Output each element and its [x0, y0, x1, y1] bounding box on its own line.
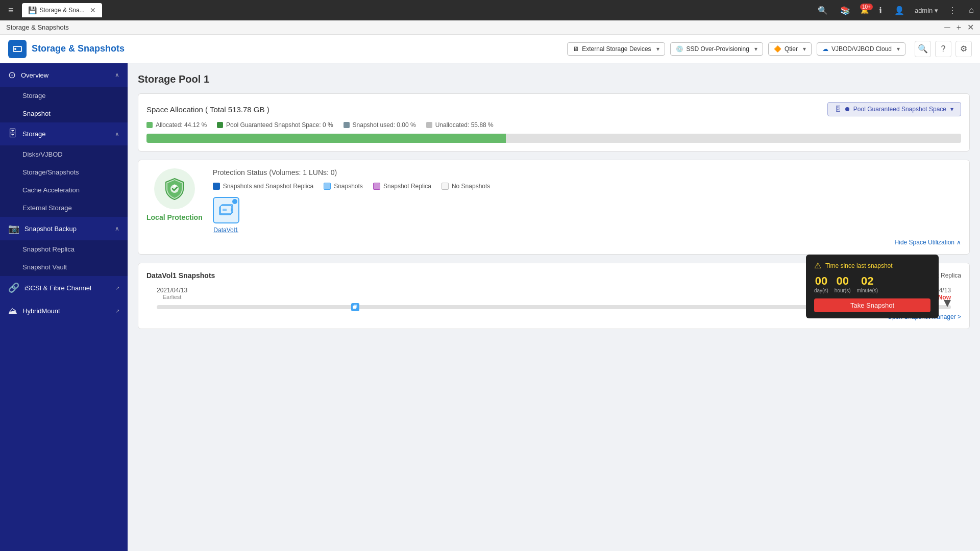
close-button[interactable]: ✕: [967, 22, 974, 32]
sidebar-item-snapshot-replica[interactable]: Snapshot Replica: [0, 240, 128, 258]
hamburger-menu-icon[interactable]: ≡: [4, 3, 18, 18]
snapshot-backup-submenu: Snapshot Replica Snapshot Vault: [0, 240, 128, 276]
storage-arrow-icon: ∧: [115, 131, 119, 138]
tooltip-hours-value: 00: [835, 274, 851, 288]
pool-title: Storage Pool 1: [138, 73, 970, 85]
datavol1-item[interactable]: DataVol1: [213, 197, 239, 234]
snap-indicator: [232, 199, 237, 204]
progress-allocated: [146, 134, 506, 143]
snapshots-box: [324, 183, 331, 190]
header-search-button[interactable]: 🔍: [915, 41, 931, 57]
legend-unallocated-dot: [426, 122, 432, 128]
maximize-button[interactable]: +: [957, 23, 961, 32]
sidebar-item-snapshot-vault[interactable]: Snapshot Vault: [0, 258, 128, 276]
tooltip-days-value: 00: [814, 274, 828, 288]
sidebar-item-snapshot[interactable]: Snapshot: [0, 105, 128, 122]
sidebar-item-disks-vjbod[interactable]: Disks/VJBOD: [0, 145, 128, 163]
snapshot-replica-box: [373, 183, 380, 190]
storage-submenu: Disks/VJBOD Storage/Snapshots Cache Acce…: [0, 145, 128, 217]
timeline-snapshot-marker[interactable]: [351, 303, 359, 311]
sidebar-item-overview[interactable]: ⊙ Overview ∧: [0, 63, 128, 87]
title-bar-right: 🔍 📚 🔔10+ ℹ 👤 admin ▾ ⋮ ⌂: [816, 4, 976, 17]
pool-snapshot-label: Pool Guaranteed Snapshot Space: [853, 106, 946, 113]
minimize-button[interactable]: ─: [944, 23, 950, 32]
sidebar-item-storage[interactable]: Storage: [0, 87, 128, 105]
tooltip-hours-label: hour(s): [835, 288, 851, 293]
progress-unallocated: [506, 134, 961, 143]
snapshots-replica-box: [213, 183, 220, 190]
legend-snapshots: Snapshots: [324, 183, 363, 190]
vjbod-cloud-dropdown[interactable]: ☁ VJBOD/VJBOD Cloud ▾: [817, 42, 905, 56]
snapshot-replica-label: Snapshot Replica: [383, 183, 431, 190]
external-storage-arrow-icon: ▾: [656, 45, 659, 53]
external-storage-devices-dropdown[interactable]: 🖥 DataVol1 Snapshots External Storage De…: [567, 42, 665, 56]
window-controls: ─ + ✕: [944, 22, 974, 32]
header-settings-button[interactable]: ⚙: [955, 41, 972, 57]
svg-rect-8: [223, 209, 227, 211]
sidebar-storage-label: Storage: [22, 130, 110, 138]
sidebar-item-hybridmount[interactable]: ⛰ HybridMount ↗: [0, 299, 128, 322]
local-protection-label: Local Protection: [146, 213, 203, 221]
home-icon[interactable]: ⌂: [967, 4, 976, 17]
tooltip-minutes-value: 02: [856, 274, 878, 288]
admin-button[interactable]: admin ▾: [915, 7, 938, 14]
stack-icon[interactable]: 📚: [838, 4, 852, 17]
app-tab[interactable]: 💾 Storage & Sna... ✕: [22, 3, 102, 17]
tooltip-time-row: 00 day(s) 00 hour(s) 02 minute(s): [814, 274, 930, 293]
volumes-grid: DataVol1: [213, 197, 961, 234]
datavol1-label[interactable]: DataVol1: [213, 227, 238, 234]
content-area: Storage Pool 1 Space Allocation ( Total …: [128, 63, 980, 551]
user-icon[interactable]: 👤: [892, 4, 906, 17]
legend-snapshot-used-label: Snapshot used: 0.00 %: [353, 121, 416, 129]
sidebar-item-storage-snapshots[interactable]: Storage/Snapshots: [0, 163, 128, 181]
take-snapshot-button[interactable]: Take Snapshot: [814, 298, 930, 312]
search-icon[interactable]: 🔍: [816, 4, 830, 17]
sidebar-item-snapshot-backup[interactable]: 📷 Snapshot Backup ∧: [0, 217, 128, 240]
sidebar-item-storage-section[interactable]: 🗄 Storage ∧: [0, 122, 128, 145]
main-layout: ⊙ Overview ∧ Storage Snapshot 🗄 Storage …: [0, 63, 980, 551]
legend-snapshot-dot: [344, 122, 350, 128]
pool-guaranteed-snapshot-button[interactable]: 🗄 Pool Guaranteed Snapshot Space ▾: [827, 102, 961, 116]
earliest-date: 2021/04/13 Earliest: [157, 287, 187, 301]
tooltip-days-label: day(s): [814, 288, 828, 293]
svg-rect-11: [354, 305, 357, 308]
legend-pool-guaranteed: Pool Guaranteed Snapshot Space: 0 %: [217, 121, 333, 129]
pool-snapshot-icon: 🗄: [835, 106, 841, 113]
app-title: Storage & Snapshots: [32, 43, 125, 54]
overview-icon: ⊙: [8, 69, 16, 81]
legend-snapshot-used: Snapshot used: 0.00 %: [344, 121, 416, 129]
legend-unallocated: Unallocated: 55.88 %: [426, 121, 494, 129]
header-actions: 🔍 ? ⚙: [915, 41, 972, 57]
sidebar-item-external-storage[interactable]: External Storage: [0, 199, 128, 217]
snapshot-tooltip: ⚠ Time since last snapshot 00 day(s) 00 …: [806, 255, 939, 318]
notification-count: 10+: [860, 4, 873, 10]
sidebar-item-iscsi-fibre[interactable]: 🔗 iSCSI & Fibre Channel ↗: [0, 276, 128, 299]
vjbod-arrow-icon: ▾: [897, 45, 900, 53]
title-bar: ≡ 💾 Storage & Sna... ✕ 🔍 📚 🔔10+ ℹ 👤 admi…: [0, 0, 980, 20]
shield-icon: [154, 168, 195, 209]
hide-space-utilization-link[interactable]: Hide Space Utilization ∧: [146, 239, 961, 246]
ssd-overprovisioning-dropdown[interactable]: 💿 SSD Over-Provisioning ▾: [670, 42, 763, 56]
sidebar-item-cache-acceleration[interactable]: Cache Acceleration: [0, 181, 128, 199]
legend-snapshots-replica: Snapshots and Snapshot Replica: [213, 183, 313, 190]
tab-close-icon[interactable]: ✕: [90, 6, 96, 14]
pool-snapshot-arrow-icon: ▾: [950, 106, 953, 113]
hide-space-label: Hide Space Utilization: [895, 239, 954, 246]
more-icon[interactable]: ⋮: [946, 4, 959, 17]
header-help-button[interactable]: ?: [935, 41, 951, 57]
snapshots-label: Snapshots: [334, 183, 363, 190]
sidebar-iscsi-label: iSCSI & Fibre Channel: [24, 284, 110, 292]
ssd-arrow-icon: ▾: [754, 45, 757, 53]
sidebar: ⊙ Overview ∧ Storage Snapshot 🗄 Storage …: [0, 63, 128, 551]
legend-no-snapshots: No Snapshots: [442, 183, 490, 190]
qtier-dropdown[interactable]: 🔶 Qtier ▾: [768, 42, 812, 56]
space-alloc-title: Space Allocation ( Total 513.78 GB ): [146, 105, 270, 114]
qtier-icon: 🔶: [774, 45, 781, 53]
notification-badge[interactable]: 🔔10+: [861, 7, 869, 14]
earliest-date-value: 2021/04/13: [157, 287, 187, 294]
qtier-label: Qtier: [785, 45, 798, 53]
info-icon[interactable]: ℹ: [877, 4, 884, 17]
tooltip-hours: 00 hour(s): [835, 274, 851, 293]
snapshot-backup-arrow-icon: ∧: [115, 225, 119, 232]
shield-container: Local Protection: [146, 168, 203, 221]
